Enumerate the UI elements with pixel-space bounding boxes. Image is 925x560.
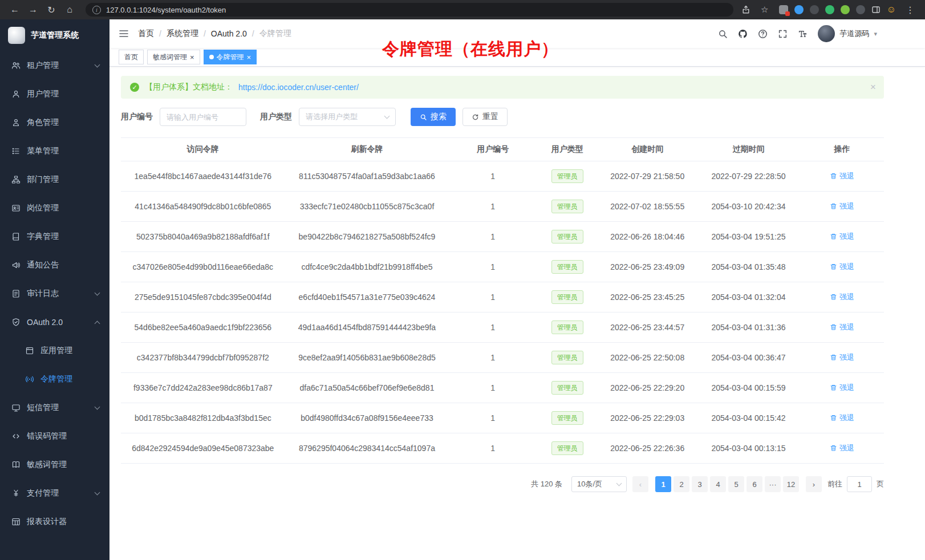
force-logout-button[interactable]: 强退	[830, 232, 854, 242]
page-button-6[interactable]: 6	[747, 476, 762, 492]
search-icon[interactable]	[718, 29, 728, 39]
sidebar-item-oauth[interactable]: OAuth 2.0	[0, 308, 109, 336]
sidebar-item-menu[interactable]: 菜单管理	[0, 137, 109, 165]
sidebar-item-label: 角色管理	[27, 117, 99, 128]
sidebar-item-tenant[interactable]: 租户管理	[0, 51, 109, 80]
tab-sensitive-word[interactable]: 敏感词管理×	[147, 50, 200, 64]
table-row: 41c41346a548490f9dc8b01c6bfe0865333ecfc7…	[121, 192, 884, 222]
logo-image	[8, 27, 25, 44]
force-logout-button[interactable]: 强退	[830, 171, 854, 181]
sidebar-item-user[interactable]: 用户管理	[0, 80, 109, 108]
sidebar-item-oauth-token[interactable]: 令牌管理	[0, 365, 109, 393]
goto-label: 前往	[827, 479, 842, 489]
tab-close-icon[interactable]: ×	[247, 54, 251, 61]
force-logout-label: 强退	[839, 383, 854, 393]
page-button-5[interactable]: 5	[728, 476, 744, 492]
force-logout-button[interactable]: 强退	[830, 262, 854, 272]
sidebar-item-role[interactable]: 角色管理	[0, 108, 109, 137]
cell-access-token: b0d1785bc3a8482f812db4a3f3bd15ec	[121, 403, 285, 433]
fullscreen-icon[interactable]	[778, 29, 788, 39]
goto-page-input[interactable]	[847, 480, 871, 489]
sidebar-item-pay[interactable]: 支付管理	[0, 479, 109, 508]
github-icon[interactable]	[738, 29, 748, 39]
chevron-down-icon	[616, 480, 622, 486]
side-panel-icon[interactable]	[871, 5, 881, 14]
sidebar-item-oauth-app[interactable]: 应用管理	[0, 336, 109, 365]
tab-token[interactable]: 令牌管理×	[204, 50, 257, 64]
share-icon[interactable]	[741, 5, 750, 14]
breadcrumb-item-0[interactable]: 首页	[138, 29, 154, 39]
next-page-button[interactable]: ›	[806, 476, 822, 492]
sidebar-item-audit[interactable]: 审计日志	[0, 279, 109, 308]
user-avatar	[818, 25, 835, 42]
browser-forward-icon[interactable]: →	[25, 5, 41, 15]
user-id-input[interactable]	[167, 113, 240, 121]
url-bar[interactable]: i 127.0.0.1:1024/system/oauth2/token	[86, 3, 733, 17]
doc-link[interactable]: https://doc.iocoder.cn/user-center/	[238, 83, 359, 92]
help-icon[interactable]	[758, 29, 768, 39]
force-logout-button[interactable]: 强退	[830, 292, 854, 302]
force-logout-button[interactable]: 强退	[830, 352, 854, 363]
extension-icon-1[interactable]	[779, 5, 788, 14]
breadcrumb-item-1[interactable]: 系统管理	[167, 29, 198, 39]
sidebar-item-report[interactable]: 报表设计器	[0, 508, 109, 536]
user-type-badge: 管理员	[551, 230, 583, 244]
sidebar-item-errcode[interactable]: 错误码管理	[0, 422, 109, 451]
menu-icon	[11, 147, 21, 156]
extension-icon-2[interactable]	[794, 5, 804, 14]
cell-refresh-token: 811c530487574fa0af1a59d3abc1aa66	[285, 161, 449, 192]
force-logout-button[interactable]: 强退	[830, 201, 854, 212]
sidebar-item-post[interactable]: 岗位管理	[0, 194, 109, 222]
sidebar-item-sms[interactable]: 短信管理	[0, 393, 109, 422]
app-logo[interactable]: 芋道管理系统	[0, 19, 109, 51]
search-button[interactable]: 搜索	[411, 108, 456, 126]
browser-menu-icon[interactable]: ⋮	[902, 5, 918, 15]
sidebar-item-label: 错误码管理	[27, 431, 99, 441]
extension-icon-4[interactable]	[825, 5, 834, 14]
sidebar-item-label: 应用管理	[40, 346, 99, 356]
profile-avatar-icon[interactable]: ☺	[887, 5, 896, 14]
browser-home-icon[interactable]: ⌂	[62, 5, 78, 15]
browser-reload-icon[interactable]: ↻	[43, 5, 59, 15]
banner-text: 【用户体系】文档地址：	[145, 82, 233, 92]
banner-close-icon[interactable]: ×	[870, 82, 876, 93]
more-pages-button[interactable]: ···	[765, 476, 781, 492]
user-type-select[interactable]: 请选择用户类型	[299, 108, 396, 126]
cell-user-id: 1	[449, 282, 537, 313]
page-size-select[interactable]: 10条/页	[571, 476, 627, 492]
extension-icon-6[interactable]	[856, 5, 865, 14]
force-logout-button[interactable]: 强退	[830, 383, 854, 393]
reset-button[interactable]: 重置	[462, 108, 508, 126]
force-logout-button[interactable]: 强退	[830, 322, 854, 332]
user-menu[interactable]: 芋道源码 ▾	[818, 25, 877, 42]
page-button-1[interactable]: 1	[655, 476, 671, 492]
page-button-2[interactable]: 2	[674, 476, 689, 492]
extension-icon-3[interactable]	[810, 5, 819, 14]
prev-page-button[interactable]: ‹	[632, 476, 648, 492]
page-button-12[interactable]: 12	[783, 476, 799, 492]
oauth-token-icon	[25, 375, 34, 384]
column-header-6: 操作	[800, 138, 884, 161]
cell-access-token: 54d6be82ee5a460a9aedc1f9bf223656	[121, 313, 285, 343]
tab-home[interactable]: 首页	[119, 50, 144, 64]
sidebar-item-dept[interactable]: 部门管理	[0, 165, 109, 194]
sidebar-item-notice[interactable]: 通知公告	[0, 251, 109, 279]
cell-create-time: 2022-06-26 18:04:46	[598, 222, 697, 252]
site-info-icon[interactable]: i	[92, 6, 101, 14]
breadcrumb-item-2[interactable]: OAuth 2.0	[211, 29, 247, 38]
bookmark-star-icon[interactable]: ☆	[757, 5, 773, 15]
page-button-4[interactable]: 4	[710, 476, 726, 492]
force-logout-button[interactable]: 强退	[830, 413, 854, 423]
cell-create-time: 2022-06-25 23:49:09	[598, 252, 697, 282]
page-button-3[interactable]: 3	[692, 476, 708, 492]
sidebar-collapse-button[interactable]	[119, 29, 129, 39]
dict-icon	[11, 232, 21, 241]
extension-icon-5[interactable]	[841, 5, 850, 14]
browser-back-icon[interactable]: ←	[7, 5, 23, 15]
font-size-icon[interactable]	[798, 29, 808, 39]
sidebar-item-dict[interactable]: 字典管理	[0, 222, 109, 251]
sidebar-item-sensitive[interactable]: 敏感词管理	[0, 451, 109, 479]
sidebar-item-label: OAuth 2.0	[27, 318, 89, 327]
force-logout-button[interactable]: 强退	[830, 443, 854, 453]
tab-close-icon[interactable]: ×	[190, 54, 194, 61]
